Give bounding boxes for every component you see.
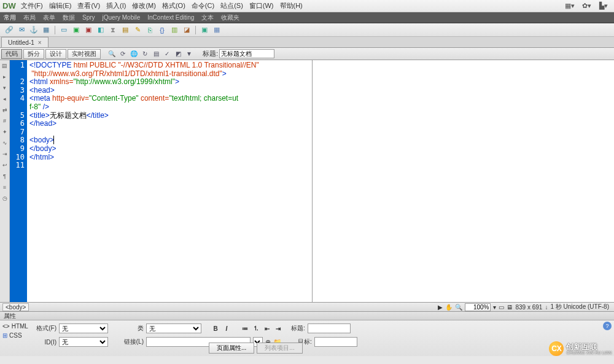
- menu-view[interactable]: 查看(V): [77, 1, 100, 10]
- document-toolbar: 代码 拆分 设计 实时视图 🔍 ⟳ 🌐 ↻ ▤ ✓ ◩ ▼ 标题:: [0, 48, 614, 60]
- workspace-icon[interactable]: ✿▾: [582, 2, 591, 10]
- options-icon[interactable]: ▼: [184, 49, 194, 59]
- page-properties-button[interactable]: 页面属性...: [209, 343, 254, 354]
- extend-icon[interactable]: ▙▾: [599, 2, 608, 10]
- auto-indent-icon[interactable]: ⇥: [1, 151, 9, 158]
- script-icon[interactable]: {}: [157, 25, 168, 35]
- title2-input[interactable]: [308, 323, 351, 333]
- menu-insert[interactable]: 插入(I): [106, 1, 126, 10]
- refresh-icon[interactable]: ↻: [140, 49, 150, 59]
- cat-ice[interactable]: InContext Editing: [147, 14, 194, 21]
- highlight-icon[interactable]: ✦: [1, 129, 9, 136]
- menu-file[interactable]: 文件(F): [21, 1, 43, 10]
- view-live-button[interactable]: 实时视图: [68, 49, 101, 59]
- select-parent-icon[interactable]: ◂: [1, 96, 9, 103]
- cat-forms[interactable]: 表单: [43, 14, 55, 22]
- hyperlink-icon[interactable]: 🔗: [4, 25, 15, 35]
- menu-command[interactable]: 命令(C): [192, 1, 214, 10]
- target-input[interactable]: [314, 337, 357, 347]
- image-icon[interactable]: ▣: [71, 25, 82, 35]
- date-icon[interactable]: ⧗: [107, 25, 119, 35]
- open-docs-icon[interactable]: ▤: [1, 63, 9, 70]
- cat-common[interactable]: 常用: [4, 14, 16, 22]
- view-code-button[interactable]: 代码: [1, 49, 22, 59]
- hand-icon[interactable]: ✋: [445, 304, 453, 311]
- format-icon[interactable]: ≡: [1, 184, 9, 192]
- check-icon[interactable]: ✓: [162, 49, 172, 59]
- layout-picker-icon[interactable]: ▦▾: [565, 2, 573, 10]
- list-item-button: 列表项目...: [257, 343, 302, 354]
- zoom-dropdown-icon[interactable]: ▾: [493, 304, 496, 311]
- main-area: ▤ ▸ ▾ ◂ ⇄ # ✦ ∿ ⇥ ↩ ¶ ≡ ◷ 1 2 3 4 5 6 7 …: [0, 60, 614, 302]
- menu-help[interactable]: 帮助(H): [280, 1, 303, 10]
- download-size-icon[interactable]: ↓: [545, 304, 548, 311]
- bold-icon[interactable]: B: [211, 324, 220, 333]
- expand-icon[interactable]: ▾: [1, 85, 9, 92]
- cat-text[interactable]: 文本: [201, 14, 214, 22]
- page-title-input[interactable]: [219, 49, 274, 58]
- view-split-button[interactable]: 拆分: [23, 49, 44, 59]
- cat-layout[interactable]: 布局: [23, 14, 36, 22]
- live-code-icon[interactable]: ⟳: [118, 49, 128, 59]
- outdent-icon[interactable]: ⇤: [263, 324, 271, 333]
- div-icon[interactable]: ▭: [58, 25, 69, 35]
- email-icon[interactable]: ✉: [16, 25, 27, 35]
- help-icon[interactable]: ?: [603, 322, 612, 330]
- window-size-icon[interactable]: ▭: [499, 304, 504, 311]
- menu-modify[interactable]: 修改(M): [132, 1, 156, 10]
- pointer-icon[interactable]: ▶: [438, 304, 443, 311]
- cat-data[interactable]: 数据: [63, 14, 75, 22]
- comment-icon[interactable]: ✎: [132, 25, 143, 35]
- more-icon[interactable]: ▣: [199, 25, 210, 35]
- file-mgmt-icon[interactable]: ▤: [151, 49, 161, 59]
- balance-icon[interactable]: ⇄: [1, 107, 9, 114]
- ul-icon[interactable]: ≔: [241, 324, 249, 333]
- tag-crumb-body[interactable]: <body>: [2, 303, 29, 311]
- tag-icon[interactable]: ◪: [181, 25, 192, 35]
- hidden-chars-icon[interactable]: ¶: [1, 173, 9, 180]
- design-preview[interactable]: [313, 60, 615, 302]
- zoom-icon[interactable]: 🔍: [455, 304, 462, 311]
- browser-icon[interactable]: 🌐: [129, 49, 139, 59]
- menu-window[interactable]: 窗口(W): [249, 1, 274, 10]
- view-design-button[interactable]: 设计: [45, 49, 66, 59]
- anchor-icon[interactable]: ⚓: [28, 25, 39, 35]
- visual-aids-icon[interactable]: ◩: [173, 49, 183, 59]
- screen-icon[interactable]: 🖥: [507, 304, 513, 311]
- indent-icon[interactable]: ⇥: [274, 324, 282, 333]
- insert-toolbar: 🔗 ✉ ⚓ ▦ ▭ ▣ ▣ ◧ ⧗ ▤ ✎ ⎘ {} ▥ ◪ ▣ ▦: [0, 23, 614, 37]
- template-icon[interactable]: ▥: [169, 25, 180, 35]
- word-wrap-icon[interactable]: ↩: [1, 162, 9, 169]
- class-select[interactable]: 无: [146, 323, 201, 333]
- menu-edit[interactable]: 编辑(E): [49, 1, 72, 10]
- format-select[interactable]: 无: [59, 323, 108, 333]
- tag-selector-bar: <body> ▶ ✋ 🔍 ▾ ▭ 🖥 839 x 691 ↓ 1 秒 Unico…: [0, 302, 614, 312]
- inspect-icon[interactable]: 🔍: [107, 49, 117, 59]
- more2-icon[interactable]: ▦: [211, 25, 222, 35]
- cat-spry[interactable]: Spry: [82, 14, 95, 21]
- zoom-input[interactable]: [465, 303, 491, 311]
- server-icon[interactable]: ▤: [120, 25, 131, 35]
- properties-header[interactable]: 属性: [0, 312, 614, 320]
- ol-icon[interactable]: ⒈: [252, 324, 260, 333]
- syntax-icon[interactable]: ∿: [1, 140, 9, 147]
- collapse-icon[interactable]: ▸: [1, 74, 9, 81]
- media-icon[interactable]: ▣: [83, 25, 94, 35]
- id-select[interactable]: 无: [59, 337, 108, 347]
- cat-jquery[interactable]: jQuery Mobile: [103, 14, 141, 21]
- menu-format[interactable]: 格式(O): [162, 1, 185, 10]
- head-icon[interactable]: ⎘: [144, 25, 155, 35]
- table-icon[interactable]: ▦: [41, 25, 52, 35]
- cat-fav[interactable]: 收藏夹: [221, 14, 239, 22]
- html-mode-button[interactable]: <>HTML: [2, 323, 28, 330]
- css-mode-button[interactable]: ⊞CSS: [2, 332, 28, 339]
- document-tab[interactable]: Untitled-1 ×: [1, 37, 49, 47]
- close-icon[interactable]: ×: [38, 39, 42, 46]
- code-content[interactable]: <!DOCTYPE html PUBLIC "-//W3C//DTD XHTML…: [27, 60, 312, 302]
- recent-icon[interactable]: ◷: [1, 195, 9, 203]
- code-editor[interactable]: 1 2 3 4 5 6 7 8 9 10 11 <!DOCTYPE html P…: [10, 60, 313, 302]
- widget-icon[interactable]: ◧: [95, 25, 106, 35]
- line-num-icon[interactable]: #: [1, 118, 9, 125]
- italic-icon[interactable]: I: [222, 324, 231, 333]
- menu-site[interactable]: 站点(S): [220, 1, 243, 10]
